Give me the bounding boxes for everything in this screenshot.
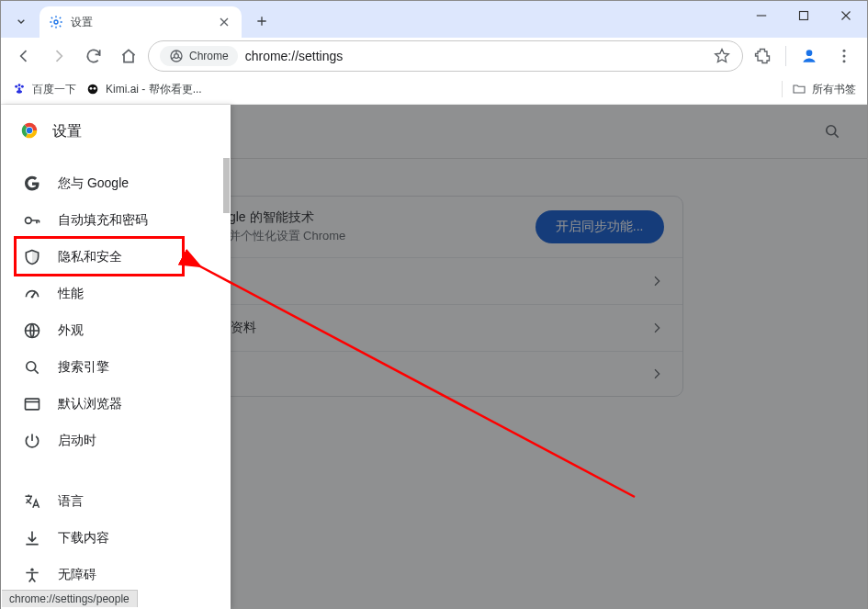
accessibility-icon (23, 566, 41, 584)
address-bar[interactable]: Chrome chrome://settings (148, 40, 743, 72)
new-tab-button[interactable] (249, 8, 275, 34)
window-maximize-button[interactable] (783, 1, 825, 30)
svg-point-12 (88, 85, 98, 95)
svg-point-19 (26, 218, 32, 224)
svg-point-5 (843, 50, 846, 52)
toolbar-separator (785, 46, 786, 66)
extensions-button[interactable] (747, 40, 778, 72)
chrome-logo-icon (19, 120, 39, 143)
svg-rect-0 (800, 12, 808, 20)
back-button[interactable] (8, 40, 39, 72)
svg-point-20 (31, 296, 34, 299)
nav-label: 隐私和安全 (58, 249, 122, 265)
nav-autofill[interactable]: 自动填充和密码 (1, 202, 231, 239)
svg-point-11 (18, 87, 21, 90)
tab-search-button[interactable] (8, 8, 34, 34)
nav-you-and-google[interactable]: 您与 Google (1, 165, 231, 202)
svg-point-10 (21, 85, 24, 88)
nav-downloads[interactable]: 下载内容 (1, 520, 231, 557)
nav-label: 下载内容 (58, 530, 109, 547)
nav-default-browser[interactable]: 默认浏览器 (1, 386, 231, 423)
search-icon (23, 358, 41, 377)
google-g-icon (23, 175, 41, 193)
svg-point-7 (843, 60, 846, 62)
site-chip-label: Chrome (189, 50, 229, 62)
nav-label: 默认浏览器 (58, 396, 122, 412)
nav-search-engine[interactable]: 搜索引擎 (1, 349, 231, 386)
power-icon (23, 432, 41, 450)
gear-icon (49, 15, 63, 29)
folder-icon (792, 82, 806, 96)
svg-point-22 (27, 362, 36, 371)
svg-rect-23 (26, 399, 39, 410)
kimi-icon (85, 82, 100, 96)
svg-point-8 (15, 85, 17, 88)
nav-label: 无障碍 (58, 567, 96, 583)
settings-drawer: 设置 您与 Google 自动填充和密码 隐私和安全 性能 (1, 105, 231, 609)
globe-icon (23, 321, 41, 340)
drawer-nav: 您与 Google 自动填充和密码 隐私和安全 性能 外观 (1, 158, 231, 601)
link-status-bar: chrome://settings/people (2, 590, 138, 607)
window-minimize-button[interactable] (740, 1, 783, 30)
nav-label: 搜索引擎 (58, 359, 109, 376)
key-icon (23, 211, 41, 230)
nav-languages[interactable]: 语言 (1, 483, 231, 520)
bookmark-bar: 百度一下 Kimi.ai - 帮你看更... 所有书签 (1, 74, 867, 105)
site-chip[interactable]: Chrome (160, 46, 238, 66)
all-bookmarks-button[interactable]: 所有书签 (792, 82, 856, 97)
bookmark-label: 百度一下 (32, 82, 76, 97)
toolbar: Chrome chrome://settings (1, 38, 867, 74)
baidu-icon (12, 82, 27, 96)
svg-point-9 (18, 84, 21, 86)
nav-privacy-security[interactable]: 隐私和安全 (1, 239, 231, 276)
profile-avatar-button[interactable] (794, 40, 825, 72)
svg-point-1 (54, 20, 58, 24)
nav-performance[interactable]: 性能 (1, 276, 231, 312)
tab-title: 设置 (71, 15, 93, 30)
menu-button[interactable] (829, 40, 860, 72)
svg-point-18 (27, 127, 32, 132)
nav-label: 外观 (58, 322, 84, 339)
bookmark-label: Kimi.ai - 帮你看更... (106, 82, 202, 97)
drawer-header: 设置 (1, 105, 231, 158)
settings-content: 设置 Google 的智能技术 同步并个性化设置 Chrome 开启同步功能..… (1, 105, 867, 609)
url-text: chrome://settings (245, 49, 344, 63)
nav-label: 语言 (58, 493, 84, 510)
nav-accessibility[interactable]: 无障碍 (1, 557, 231, 593)
forward-button[interactable] (43, 40, 74, 72)
bookmark-bar-separator (782, 81, 783, 97)
home-button[interactable] (113, 40, 144, 72)
browser-tab[interactable]: 设置 (39, 6, 242, 38)
nav-label: 自动填充和密码 (58, 212, 148, 229)
bookmark-item[interactable]: 百度一下 (12, 82, 76, 97)
reload-button[interactable] (78, 40, 109, 72)
svg-point-6 (843, 55, 846, 58)
download-icon (23, 529, 41, 547)
browser-window-icon (23, 395, 41, 413)
window-close-button[interactable] (825, 1, 867, 30)
bookmark-item[interactable]: Kimi.ai - 帮你看更... (85, 82, 202, 97)
nav-label: 性能 (58, 286, 84, 302)
drawer-title: 设置 (52, 122, 82, 141)
nav-appearance[interactable]: 外观 (1, 312, 231, 349)
svg-point-4 (806, 50, 813, 56)
tab-strip: 设置 (1, 1, 867, 38)
svg-point-14 (94, 87, 96, 90)
nav-label: 您与 Google (58, 175, 129, 192)
chrome-icon (169, 49, 184, 63)
translate-icon (23, 492, 41, 511)
svg-point-3 (175, 54, 179, 59)
svg-point-13 (90, 87, 93, 90)
all-bookmarks-label: 所有书签 (812, 82, 856, 97)
bookmark-star-button[interactable] (713, 47, 731, 65)
shield-icon (23, 248, 41, 266)
svg-point-24 (30, 569, 33, 571)
nav-label: 启动时 (58, 433, 96, 449)
tab-close-button[interactable] (216, 14, 232, 30)
speedometer-icon (23, 285, 41, 303)
nav-on-startup[interactable]: 启动时 (1, 423, 231, 459)
